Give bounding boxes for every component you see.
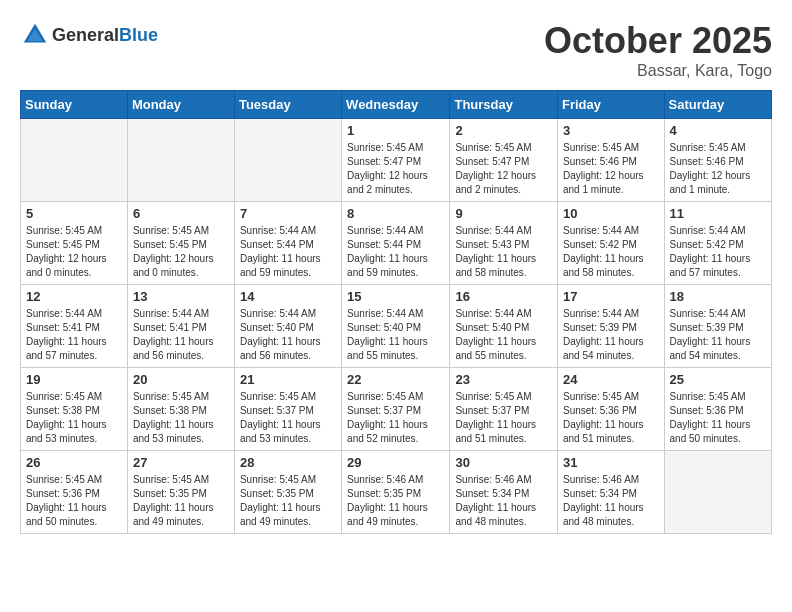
calendar-cell: 1Sunrise: 5:45 AM Sunset: 5:47 PM Daylig… [342, 119, 450, 202]
calendar-cell: 7Sunrise: 5:44 AM Sunset: 5:44 PM Daylig… [234, 202, 341, 285]
calendar-cell: 14Sunrise: 5:44 AM Sunset: 5:40 PM Dayli… [234, 285, 341, 368]
day-number: 12 [26, 289, 122, 304]
calendar-cell: 15Sunrise: 5:44 AM Sunset: 5:40 PM Dayli… [342, 285, 450, 368]
day-header-saturday: Saturday [664, 91, 771, 119]
day-info: Sunrise: 5:45 AM Sunset: 5:36 PM Dayligh… [563, 390, 659, 446]
day-info: Sunrise: 5:44 AM Sunset: 5:40 PM Dayligh… [455, 307, 552, 363]
calendar-cell: 2Sunrise: 5:45 AM Sunset: 5:47 PM Daylig… [450, 119, 558, 202]
day-info: Sunrise: 5:45 AM Sunset: 5:36 PM Dayligh… [26, 473, 122, 529]
day-header-friday: Friday [558, 91, 665, 119]
title-block: October 2025 Bassar, Kara, Togo [544, 20, 772, 80]
logo-icon [20, 20, 50, 50]
day-info: Sunrise: 5:44 AM Sunset: 5:44 PM Dayligh… [240, 224, 336, 280]
day-number: 11 [670, 206, 766, 221]
logo-general: General [52, 25, 119, 45]
calendar-cell: 11Sunrise: 5:44 AM Sunset: 5:42 PM Dayli… [664, 202, 771, 285]
day-info: Sunrise: 5:45 AM Sunset: 5:35 PM Dayligh… [133, 473, 229, 529]
day-info: Sunrise: 5:45 AM Sunset: 5:37 PM Dayligh… [455, 390, 552, 446]
calendar-header-row: SundayMondayTuesdayWednesdayThursdayFrid… [21, 91, 772, 119]
day-info: Sunrise: 5:45 AM Sunset: 5:37 PM Dayligh… [347, 390, 444, 446]
day-number: 16 [455, 289, 552, 304]
day-header-monday: Monday [127, 91, 234, 119]
calendar-week-row: 12Sunrise: 5:44 AM Sunset: 5:41 PM Dayli… [21, 285, 772, 368]
calendar-cell: 4Sunrise: 5:45 AM Sunset: 5:46 PM Daylig… [664, 119, 771, 202]
day-info: Sunrise: 5:45 AM Sunset: 5:45 PM Dayligh… [133, 224, 229, 280]
day-info: Sunrise: 5:46 AM Sunset: 5:34 PM Dayligh… [455, 473, 552, 529]
calendar-cell [664, 451, 771, 534]
day-number: 6 [133, 206, 229, 221]
day-number: 30 [455, 455, 552, 470]
calendar-cell: 19Sunrise: 5:45 AM Sunset: 5:38 PM Dayli… [21, 368, 128, 451]
calendar-cell: 13Sunrise: 5:44 AM Sunset: 5:41 PM Dayli… [127, 285, 234, 368]
day-info: Sunrise: 5:44 AM Sunset: 5:44 PM Dayligh… [347, 224, 444, 280]
day-number: 15 [347, 289, 444, 304]
day-info: Sunrise: 5:44 AM Sunset: 5:40 PM Dayligh… [240, 307, 336, 363]
day-number: 17 [563, 289, 659, 304]
day-number: 19 [26, 372, 122, 387]
day-header-wednesday: Wednesday [342, 91, 450, 119]
calendar-cell: 25Sunrise: 5:45 AM Sunset: 5:36 PM Dayli… [664, 368, 771, 451]
day-info: Sunrise: 5:45 AM Sunset: 5:47 PM Dayligh… [347, 141, 444, 197]
calendar-cell: 27Sunrise: 5:45 AM Sunset: 5:35 PM Dayli… [127, 451, 234, 534]
calendar-cell: 24Sunrise: 5:45 AM Sunset: 5:36 PM Dayli… [558, 368, 665, 451]
day-info: Sunrise: 5:45 AM Sunset: 5:36 PM Dayligh… [670, 390, 766, 446]
day-info: Sunrise: 5:44 AM Sunset: 5:39 PM Dayligh… [563, 307, 659, 363]
calendar-cell: 23Sunrise: 5:45 AM Sunset: 5:37 PM Dayli… [450, 368, 558, 451]
calendar-table: SundayMondayTuesdayWednesdayThursdayFrid… [20, 90, 772, 534]
day-info: Sunrise: 5:46 AM Sunset: 5:35 PM Dayligh… [347, 473, 444, 529]
day-number: 24 [563, 372, 659, 387]
day-number: 23 [455, 372, 552, 387]
logo: GeneralBlue [20, 20, 158, 50]
day-info: Sunrise: 5:45 AM Sunset: 5:35 PM Dayligh… [240, 473, 336, 529]
day-number: 31 [563, 455, 659, 470]
day-info: Sunrise: 5:44 AM Sunset: 5:41 PM Dayligh… [26, 307, 122, 363]
day-header-tuesday: Tuesday [234, 91, 341, 119]
day-info: Sunrise: 5:46 AM Sunset: 5:34 PM Dayligh… [563, 473, 659, 529]
day-number: 7 [240, 206, 336, 221]
calendar-cell: 10Sunrise: 5:44 AM Sunset: 5:42 PM Dayli… [558, 202, 665, 285]
calendar-cell [21, 119, 128, 202]
calendar-cell: 21Sunrise: 5:45 AM Sunset: 5:37 PM Dayli… [234, 368, 341, 451]
calendar-cell [234, 119, 341, 202]
day-info: Sunrise: 5:44 AM Sunset: 5:42 PM Dayligh… [563, 224, 659, 280]
calendar-cell: 9Sunrise: 5:44 AM Sunset: 5:43 PM Daylig… [450, 202, 558, 285]
day-number: 3 [563, 123, 659, 138]
calendar-cell: 28Sunrise: 5:45 AM Sunset: 5:35 PM Dayli… [234, 451, 341, 534]
day-header-sunday: Sunday [21, 91, 128, 119]
day-number: 4 [670, 123, 766, 138]
calendar-cell [127, 119, 234, 202]
day-number: 13 [133, 289, 229, 304]
calendar-week-row: 26Sunrise: 5:45 AM Sunset: 5:36 PM Dayli… [21, 451, 772, 534]
calendar-cell: 18Sunrise: 5:44 AM Sunset: 5:39 PM Dayli… [664, 285, 771, 368]
day-number: 20 [133, 372, 229, 387]
day-number: 8 [347, 206, 444, 221]
calendar-cell: 3Sunrise: 5:45 AM Sunset: 5:46 PM Daylig… [558, 119, 665, 202]
calendar-cell: 22Sunrise: 5:45 AM Sunset: 5:37 PM Dayli… [342, 368, 450, 451]
day-number: 10 [563, 206, 659, 221]
month-title: October 2025 [544, 20, 772, 62]
day-info: Sunrise: 5:45 AM Sunset: 5:45 PM Dayligh… [26, 224, 122, 280]
calendar-cell: 30Sunrise: 5:46 AM Sunset: 5:34 PM Dayli… [450, 451, 558, 534]
calendar-cell: 16Sunrise: 5:44 AM Sunset: 5:40 PM Dayli… [450, 285, 558, 368]
day-info: Sunrise: 5:45 AM Sunset: 5:47 PM Dayligh… [455, 141, 552, 197]
day-number: 29 [347, 455, 444, 470]
calendar-week-row: 5Sunrise: 5:45 AM Sunset: 5:45 PM Daylig… [21, 202, 772, 285]
calendar-week-row: 1Sunrise: 5:45 AM Sunset: 5:47 PM Daylig… [21, 119, 772, 202]
calendar-week-row: 19Sunrise: 5:45 AM Sunset: 5:38 PM Dayli… [21, 368, 772, 451]
day-number: 9 [455, 206, 552, 221]
day-number: 5 [26, 206, 122, 221]
day-info: Sunrise: 5:45 AM Sunset: 5:38 PM Dayligh… [26, 390, 122, 446]
day-info: Sunrise: 5:44 AM Sunset: 5:39 PM Dayligh… [670, 307, 766, 363]
calendar-cell: 17Sunrise: 5:44 AM Sunset: 5:39 PM Dayli… [558, 285, 665, 368]
day-number: 28 [240, 455, 336, 470]
calendar-cell: 31Sunrise: 5:46 AM Sunset: 5:34 PM Dayli… [558, 451, 665, 534]
day-number: 25 [670, 372, 766, 387]
day-number: 1 [347, 123, 444, 138]
day-info: Sunrise: 5:45 AM Sunset: 5:38 PM Dayligh… [133, 390, 229, 446]
calendar-cell: 6Sunrise: 5:45 AM Sunset: 5:45 PM Daylig… [127, 202, 234, 285]
day-number: 27 [133, 455, 229, 470]
day-header-thursday: Thursday [450, 91, 558, 119]
calendar-cell: 12Sunrise: 5:44 AM Sunset: 5:41 PM Dayli… [21, 285, 128, 368]
day-info: Sunrise: 5:44 AM Sunset: 5:40 PM Dayligh… [347, 307, 444, 363]
day-info: Sunrise: 5:45 AM Sunset: 5:46 PM Dayligh… [670, 141, 766, 197]
